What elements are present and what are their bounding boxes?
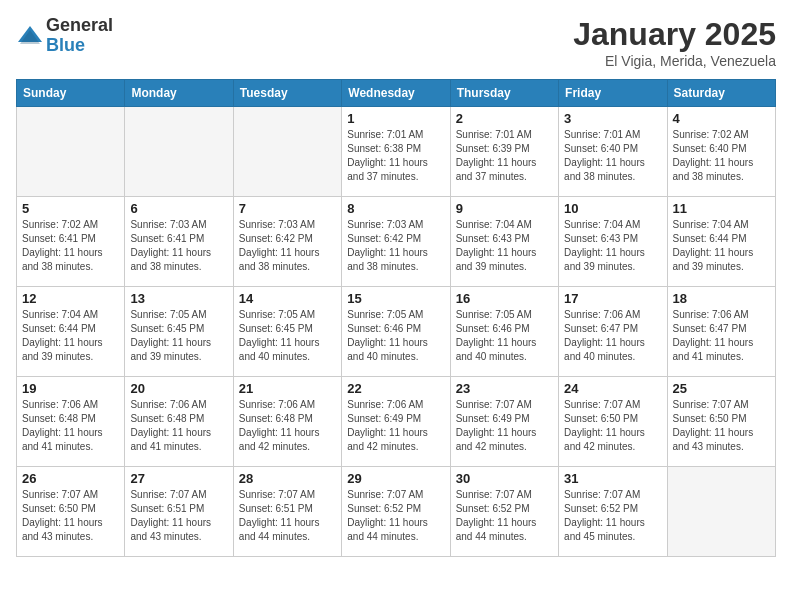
- day-number: 11: [673, 201, 770, 216]
- logo-text: General Blue: [46, 16, 113, 56]
- weekday-header: Tuesday: [233, 80, 341, 107]
- day-info: Sunrise: 7:03 AM Sunset: 6:42 PM Dayligh…: [239, 218, 336, 274]
- calendar-cell: 9Sunrise: 7:04 AM Sunset: 6:43 PM Daylig…: [450, 197, 558, 287]
- calendar-week-row: 12Sunrise: 7:04 AM Sunset: 6:44 PM Dayli…: [17, 287, 776, 377]
- calendar-cell: 7Sunrise: 7:03 AM Sunset: 6:42 PM Daylig…: [233, 197, 341, 287]
- day-number: 29: [347, 471, 444, 486]
- calendar-cell: 26Sunrise: 7:07 AM Sunset: 6:50 PM Dayli…: [17, 467, 125, 557]
- calendar-cell: 31Sunrise: 7:07 AM Sunset: 6:52 PM Dayli…: [559, 467, 667, 557]
- day-number: 21: [239, 381, 336, 396]
- page-header: General Blue January 2025 El Vigia, Meri…: [16, 16, 776, 69]
- calendar-cell: 30Sunrise: 7:07 AM Sunset: 6:52 PM Dayli…: [450, 467, 558, 557]
- day-info: Sunrise: 7:06 AM Sunset: 6:49 PM Dayligh…: [347, 398, 444, 454]
- day-info: Sunrise: 7:02 AM Sunset: 6:40 PM Dayligh…: [673, 128, 770, 184]
- day-number: 8: [347, 201, 444, 216]
- day-number: 9: [456, 201, 553, 216]
- day-number: 27: [130, 471, 227, 486]
- day-number: 1: [347, 111, 444, 126]
- calendar-cell: 18Sunrise: 7:06 AM Sunset: 6:47 PM Dayli…: [667, 287, 775, 377]
- logo-general: General: [46, 16, 113, 36]
- day-info: Sunrise: 7:01 AM Sunset: 6:38 PM Dayligh…: [347, 128, 444, 184]
- day-info: Sunrise: 7:05 AM Sunset: 6:45 PM Dayligh…: [130, 308, 227, 364]
- day-info: Sunrise: 7:07 AM Sunset: 6:52 PM Dayligh…: [456, 488, 553, 544]
- day-info: Sunrise: 7:04 AM Sunset: 6:44 PM Dayligh…: [673, 218, 770, 274]
- calendar-cell: 8Sunrise: 7:03 AM Sunset: 6:42 PM Daylig…: [342, 197, 450, 287]
- day-info: Sunrise: 7:07 AM Sunset: 6:51 PM Dayligh…: [239, 488, 336, 544]
- day-number: 7: [239, 201, 336, 216]
- calendar-cell: 23Sunrise: 7:07 AM Sunset: 6:49 PM Dayli…: [450, 377, 558, 467]
- day-number: 24: [564, 381, 661, 396]
- day-number: 3: [564, 111, 661, 126]
- calendar-cell: 16Sunrise: 7:05 AM Sunset: 6:46 PM Dayli…: [450, 287, 558, 377]
- calendar-cell: [17, 107, 125, 197]
- calendar-cell: 4Sunrise: 7:02 AM Sunset: 6:40 PM Daylig…: [667, 107, 775, 197]
- calendar-cell: 15Sunrise: 7:05 AM Sunset: 6:46 PM Dayli…: [342, 287, 450, 377]
- weekday-header: Saturday: [667, 80, 775, 107]
- day-number: 22: [347, 381, 444, 396]
- day-number: 18: [673, 291, 770, 306]
- calendar-cell: [667, 467, 775, 557]
- day-number: 23: [456, 381, 553, 396]
- day-number: 12: [22, 291, 119, 306]
- day-number: 16: [456, 291, 553, 306]
- calendar-cell: 17Sunrise: 7:06 AM Sunset: 6:47 PM Dayli…: [559, 287, 667, 377]
- calendar-week-row: 26Sunrise: 7:07 AM Sunset: 6:50 PM Dayli…: [17, 467, 776, 557]
- calendar-cell: 22Sunrise: 7:06 AM Sunset: 6:49 PM Dayli…: [342, 377, 450, 467]
- calendar-cell: 19Sunrise: 7:06 AM Sunset: 6:48 PM Dayli…: [17, 377, 125, 467]
- day-number: 31: [564, 471, 661, 486]
- calendar-cell: 21Sunrise: 7:06 AM Sunset: 6:48 PM Dayli…: [233, 377, 341, 467]
- calendar-cell: [125, 107, 233, 197]
- day-number: 17: [564, 291, 661, 306]
- calendar-cell: 12Sunrise: 7:04 AM Sunset: 6:44 PM Dayli…: [17, 287, 125, 377]
- weekday-header: Sunday: [17, 80, 125, 107]
- day-number: 10: [564, 201, 661, 216]
- day-info: Sunrise: 7:01 AM Sunset: 6:40 PM Dayligh…: [564, 128, 661, 184]
- day-info: Sunrise: 7:07 AM Sunset: 6:52 PM Dayligh…: [347, 488, 444, 544]
- calendar-cell: 1Sunrise: 7:01 AM Sunset: 6:38 PM Daylig…: [342, 107, 450, 197]
- day-number: 14: [239, 291, 336, 306]
- logo-icon: [16, 22, 44, 50]
- day-number: 30: [456, 471, 553, 486]
- day-number: 6: [130, 201, 227, 216]
- day-info: Sunrise: 7:01 AM Sunset: 6:39 PM Dayligh…: [456, 128, 553, 184]
- month-title: January 2025: [573, 16, 776, 53]
- day-info: Sunrise: 7:07 AM Sunset: 6:50 PM Dayligh…: [564, 398, 661, 454]
- day-info: Sunrise: 7:03 AM Sunset: 6:41 PM Dayligh…: [130, 218, 227, 274]
- calendar-cell: 5Sunrise: 7:02 AM Sunset: 6:41 PM Daylig…: [17, 197, 125, 287]
- day-number: 26: [22, 471, 119, 486]
- day-info: Sunrise: 7:07 AM Sunset: 6:49 PM Dayligh…: [456, 398, 553, 454]
- day-number: 28: [239, 471, 336, 486]
- weekday-header: Friday: [559, 80, 667, 107]
- calendar-cell: 24Sunrise: 7:07 AM Sunset: 6:50 PM Dayli…: [559, 377, 667, 467]
- calendar-cell: 25Sunrise: 7:07 AM Sunset: 6:50 PM Dayli…: [667, 377, 775, 467]
- day-info: Sunrise: 7:07 AM Sunset: 6:52 PM Dayligh…: [564, 488, 661, 544]
- calendar-week-row: 1Sunrise: 7:01 AM Sunset: 6:38 PM Daylig…: [17, 107, 776, 197]
- day-info: Sunrise: 7:07 AM Sunset: 6:51 PM Dayligh…: [130, 488, 227, 544]
- location: El Vigia, Merida, Venezuela: [573, 53, 776, 69]
- calendar-cell: 11Sunrise: 7:04 AM Sunset: 6:44 PM Dayli…: [667, 197, 775, 287]
- calendar-cell: 13Sunrise: 7:05 AM Sunset: 6:45 PM Dayli…: [125, 287, 233, 377]
- day-info: Sunrise: 7:05 AM Sunset: 6:46 PM Dayligh…: [347, 308, 444, 364]
- calendar-cell: 14Sunrise: 7:05 AM Sunset: 6:45 PM Dayli…: [233, 287, 341, 377]
- day-info: Sunrise: 7:06 AM Sunset: 6:48 PM Dayligh…: [130, 398, 227, 454]
- day-number: 19: [22, 381, 119, 396]
- day-number: 25: [673, 381, 770, 396]
- calendar-cell: 27Sunrise: 7:07 AM Sunset: 6:51 PM Dayli…: [125, 467, 233, 557]
- day-info: Sunrise: 7:02 AM Sunset: 6:41 PM Dayligh…: [22, 218, 119, 274]
- day-info: Sunrise: 7:05 AM Sunset: 6:45 PM Dayligh…: [239, 308, 336, 364]
- calendar-week-row: 19Sunrise: 7:06 AM Sunset: 6:48 PM Dayli…: [17, 377, 776, 467]
- day-info: Sunrise: 7:06 AM Sunset: 6:48 PM Dayligh…: [239, 398, 336, 454]
- calendar-week-row: 5Sunrise: 7:02 AM Sunset: 6:41 PM Daylig…: [17, 197, 776, 287]
- day-number: 2: [456, 111, 553, 126]
- calendar-cell: [233, 107, 341, 197]
- day-info: Sunrise: 7:03 AM Sunset: 6:42 PM Dayligh…: [347, 218, 444, 274]
- weekday-header: Wednesday: [342, 80, 450, 107]
- calendar-cell: 29Sunrise: 7:07 AM Sunset: 6:52 PM Dayli…: [342, 467, 450, 557]
- day-number: 13: [130, 291, 227, 306]
- day-info: Sunrise: 7:07 AM Sunset: 6:50 PM Dayligh…: [673, 398, 770, 454]
- day-info: Sunrise: 7:06 AM Sunset: 6:47 PM Dayligh…: [564, 308, 661, 364]
- calendar-cell: 28Sunrise: 7:07 AM Sunset: 6:51 PM Dayli…: [233, 467, 341, 557]
- calendar-cell: 20Sunrise: 7:06 AM Sunset: 6:48 PM Dayli…: [125, 377, 233, 467]
- calendar-cell: 2Sunrise: 7:01 AM Sunset: 6:39 PM Daylig…: [450, 107, 558, 197]
- day-info: Sunrise: 7:07 AM Sunset: 6:50 PM Dayligh…: [22, 488, 119, 544]
